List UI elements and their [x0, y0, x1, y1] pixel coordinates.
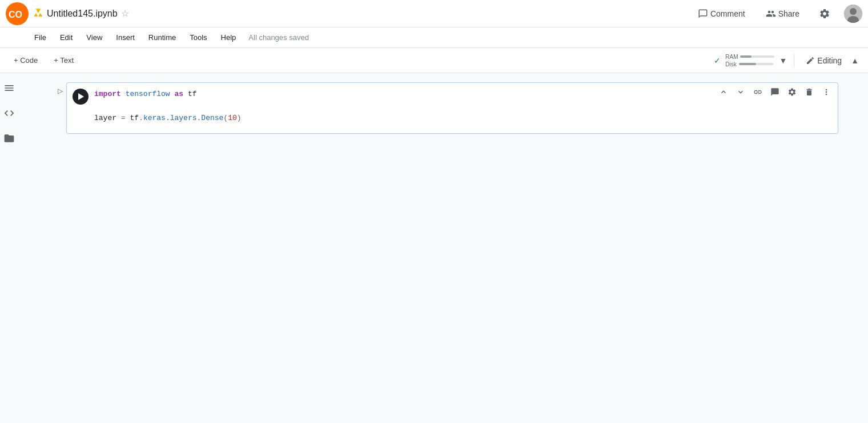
- header-bar: CO Untitled145.ipynb ☆ Comment Share: [0, 0, 868, 27]
- editing-button[interactable]: Editing: [801, 54, 846, 67]
- drive-icon: [33, 7, 43, 20]
- disk-label: Disk: [725, 61, 736, 67]
- run-cell-button[interactable]: [73, 89, 89, 105]
- sidebar-menu-icon[interactable]: [1, 80, 17, 96]
- cell-comment-button[interactable]: [768, 85, 782, 99]
- cell-toolbar: [717, 85, 833, 99]
- ram-disk-area: RAM Disk: [725, 54, 774, 67]
- divider: [794, 54, 794, 67]
- sidebar-left: [0, 73, 18, 423]
- main-area: ▷: [0, 73, 868, 423]
- add-text-label: + Text: [54, 56, 74, 65]
- check-icon: ✓: [714, 56, 721, 65]
- move-down-button[interactable]: [734, 85, 748, 99]
- menu-edit[interactable]: Edit: [54, 31, 78, 44]
- menu-file[interactable]: File: [29, 31, 52, 44]
- ram-dropdown-arrow[interactable]: ▼: [779, 56, 787, 65]
- file-title[interactable]: Untitled145.ipynb: [47, 9, 118, 19]
- menu-bar: File Edit View Insert Runtime Tools Help…: [0, 27, 868, 48]
- sidebar-folder-icon[interactable]: [1, 130, 17, 146]
- run-button-area: [67, 87, 94, 105]
- share-label: Share: [778, 9, 799, 18]
- cell-settings-button[interactable]: [785, 85, 799, 99]
- menu-runtime[interactable]: Runtime: [143, 31, 182, 44]
- comment-button[interactable]: Comment: [692, 5, 751, 22]
- ram-progress-fill: [740, 55, 752, 58]
- delete-cell-button[interactable]: [802, 85, 816, 99]
- ram-label: RAM: [725, 54, 738, 60]
- cell-expand-icon[interactable]: ▷: [58, 87, 63, 95]
- code-cell: import tensorflow as tf layer = tf.keras…: [66, 82, 838, 134]
- svg-text:CO: CO: [9, 10, 22, 19]
- header-right: Comment Share: [692, 3, 862, 24]
- add-code-label: + Code: [14, 56, 38, 65]
- comment-label: Comment: [710, 9, 745, 18]
- toolbar-right: ✓ RAM Disk ▼ Editing ▲: [714, 54, 859, 67]
- more-options-button[interactable]: [819, 85, 833, 99]
- disk-row: Disk: [725, 61, 774, 67]
- ram-row: RAM: [725, 54, 774, 60]
- move-up-button[interactable]: [717, 85, 730, 99]
- disk-progress-fill: [739, 63, 756, 65]
- all-changes-label: All changes saved: [248, 33, 309, 42]
- copy-link-button[interactable]: [751, 85, 765, 99]
- ram-progress-bg: [740, 55, 774, 58]
- sidebar-code-icon[interactable]: [1, 105, 17, 121]
- menu-help[interactable]: Help: [215, 31, 242, 44]
- user-avatar[interactable]: [844, 5, 862, 23]
- chevron-up-icon[interactable]: ▲: [851, 56, 859, 65]
- cell-wrapper: ▷: [43, 82, 843, 134]
- toolbar: + Code + Text ✓ RAM Disk ▼: [0, 48, 868, 73]
- svg-point-3: [850, 8, 857, 15]
- notebook-area: ▷: [18, 73, 868, 423]
- disk-progress-bg: [739, 63, 773, 65]
- add-code-button[interactable]: + Code: [9, 54, 42, 67]
- colab-logo[interactable]: CO: [6, 2, 29, 25]
- settings-button[interactable]: [814, 3, 835, 24]
- cell-left-gutter: ▷: [43, 82, 66, 95]
- menu-tools[interactable]: Tools: [184, 31, 212, 44]
- file-title-area: Untitled145.ipynb ☆: [33, 7, 692, 20]
- menu-insert[interactable]: Insert: [110, 31, 140, 44]
- add-text-button[interactable]: + Text: [49, 54, 78, 67]
- share-button[interactable]: Share: [760, 5, 805, 22]
- star-icon[interactable]: ☆: [121, 8, 129, 19]
- menu-view[interactable]: View: [81, 31, 108, 44]
- editing-label: Editing: [817, 56, 842, 65]
